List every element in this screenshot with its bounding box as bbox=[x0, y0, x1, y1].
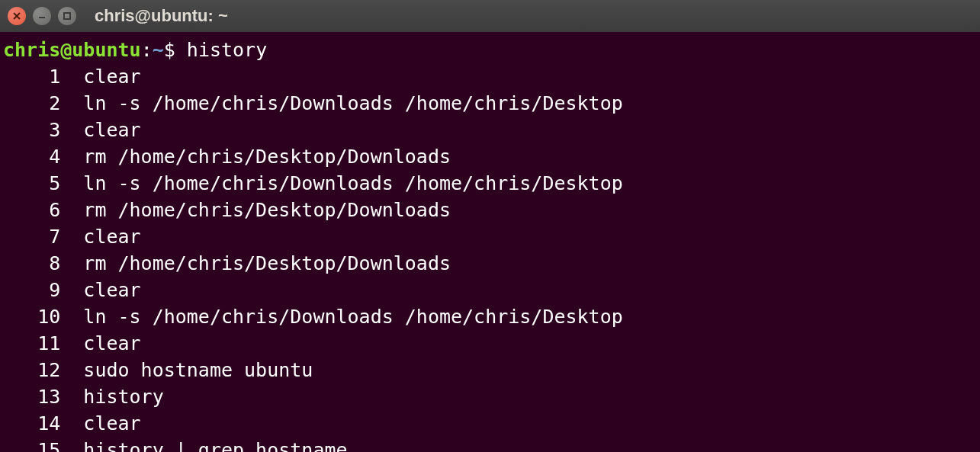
history-line: 6 rm /home/chris/Desktop/Downloads bbox=[3, 197, 977, 223]
prompt-command: history bbox=[187, 39, 267, 61]
history-number: 4 bbox=[3, 143, 60, 170]
prompt-user-host: chris@ubuntu bbox=[3, 39, 141, 61]
history-command: ln -s /home/chris/Downloads /home/chris/… bbox=[60, 92, 623, 114]
history-number: 12 bbox=[3, 357, 60, 383]
history-line: 3 clear bbox=[3, 117, 977, 143]
history-command: clear bbox=[60, 119, 140, 141]
history-line: 10 ln -s /home/chris/Downloads /home/chr… bbox=[3, 303, 977, 330]
history-number: 9 bbox=[3, 277, 60, 303]
terminal-window: chris@ubuntu: ~ chris@ubuntu:~$ history … bbox=[0, 0, 980, 452]
history-command: clear bbox=[60, 66, 140, 88]
history-line: 2 ln -s /home/chris/Downloads /home/chri… bbox=[3, 90, 977, 117]
history-number: 3 bbox=[3, 117, 60, 143]
history-command: clear bbox=[60, 332, 140, 354]
history-number: 1 bbox=[3, 63, 60, 90]
history-command: rm /home/chris/Desktop/Downloads bbox=[60, 199, 451, 221]
history-number: 7 bbox=[3, 223, 60, 250]
history-command: rm /home/chris/Desktop/Downloads bbox=[60, 252, 451, 274]
history-command: ln -s /home/chris/Downloads /home/chris/… bbox=[60, 172, 623, 194]
window-title: chris@ubuntu: ~ bbox=[95, 6, 228, 26]
history-number: 5 bbox=[3, 170, 60, 197]
history-number: 11 bbox=[3, 330, 60, 357]
history-output: 1 clear2 ln -s /home/chris/Downloads /ho… bbox=[3, 63, 977, 452]
close-icon bbox=[12, 11, 21, 21]
history-number: 14 bbox=[3, 410, 60, 437]
minimize-button[interactable] bbox=[33, 7, 51, 25]
history-command: history | grep hostname bbox=[60, 439, 347, 452]
history-command: rm /home/chris/Desktop/Downloads bbox=[60, 146, 451, 168]
history-line: 15 history | grep hostname bbox=[3, 437, 977, 452]
history-line: 11 clear bbox=[3, 330, 977, 357]
history-number: 8 bbox=[3, 250, 60, 277]
history-line: 12 sudo hostname ubuntu bbox=[3, 357, 977, 383]
history-line: 7 clear bbox=[3, 223, 977, 250]
titlebar: chris@ubuntu: ~ bbox=[0, 0, 980, 32]
history-command: history bbox=[60, 386, 163, 408]
history-line: 13 history bbox=[3, 383, 977, 410]
minimize-icon bbox=[37, 11, 47, 21]
history-line: 1 clear bbox=[3, 63, 977, 90]
history-number: 15 bbox=[3, 437, 60, 452]
history-number: 2 bbox=[3, 90, 60, 117]
history-number: 13 bbox=[3, 383, 60, 410]
prompt-line: chris@ubuntu:~$ history bbox=[3, 37, 977, 63]
history-number: 10 bbox=[3, 303, 60, 330]
history-command: clear bbox=[60, 279, 140, 301]
history-line: 8 rm /home/chris/Desktop/Downloads bbox=[3, 250, 977, 277]
history-line: 14 clear bbox=[3, 410, 977, 437]
maximize-button[interactable] bbox=[58, 7, 76, 25]
history-command: clear bbox=[60, 226, 140, 248]
prompt-path: ~ bbox=[153, 39, 164, 61]
history-line: 9 clear bbox=[3, 277, 977, 303]
history-line: 4 rm /home/chris/Desktop/Downloads bbox=[3, 143, 977, 170]
history-number: 6 bbox=[3, 197, 60, 223]
prompt-dollar: $ bbox=[164, 39, 187, 61]
svg-rect-3 bbox=[64, 13, 70, 19]
close-button[interactable] bbox=[8, 7, 26, 25]
history-command: sudo hostname ubuntu bbox=[60, 359, 313, 381]
maximize-icon bbox=[63, 11, 72, 21]
prompt-colon: : bbox=[141, 39, 153, 61]
window-controls bbox=[8, 7, 76, 25]
history-command: ln -s /home/chris/Downloads /home/chris/… bbox=[60, 306, 623, 328]
terminal-body[interactable]: chris@ubuntu:~$ history 1 clear2 ln -s /… bbox=[0, 32, 980, 452]
history-line: 5 ln -s /home/chris/Downloads /home/chri… bbox=[3, 170, 977, 197]
history-command: clear bbox=[60, 412, 140, 434]
